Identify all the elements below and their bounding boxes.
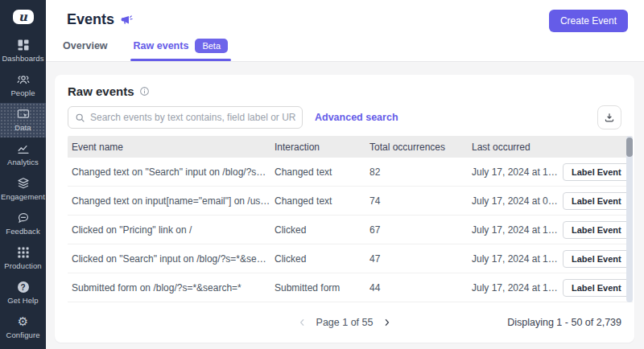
sidebar-item-analytics[interactable]: Analytics <box>0 138 46 172</box>
interaction-cell: Clicked <box>270 253 365 265</box>
event-name-cell: Changed text on input[name="email"] on /… <box>68 195 270 207</box>
table-row: Changed text on "Search" input on /blog/… <box>68 158 633 187</box>
last-occurred-cell: July 17, 2024 at 05... <box>468 195 559 207</box>
sidebar-nav-secondary: Production ? Get Help ⚙ Configure <box>0 241 46 345</box>
analytics-icon <box>17 142 30 155</box>
table-row: Submitted form on /blog/?s=*&search=* Su… <box>68 273 633 302</box>
label-event-button[interactable]: Label Event <box>563 163 630 181</box>
sidebar-item-engagement[interactable]: Engagement <box>0 172 46 207</box>
table-scrollbar-track[interactable] <box>626 136 633 302</box>
card-footer: Page 1 of 55 Displaying 1 - 50 of 2,739 <box>55 310 634 335</box>
interaction-cell: Submitted form <box>270 282 365 294</box>
sidebar-item-data[interactable]: Data <box>0 103 46 138</box>
event-name-cell: Submitted form on /blog/?s=*&search=* <box>68 282 270 294</box>
page-header: Events Create Event Overview Raw events … <box>46 0 644 62</box>
card-title: Raw events <box>68 84 134 98</box>
main-area: Events Create Event Overview Raw events … <box>46 0 644 349</box>
col-total-occurrences: Total occurrences <box>365 142 468 153</box>
production-icon <box>17 246 30 259</box>
pagination: Page 1 of 55 <box>298 317 392 328</box>
table-scrollbar-thumb[interactable] <box>626 138 633 157</box>
previous-page-chevron-icon[interactable] <box>298 318 308 327</box>
last-occurred-cell: July 17, 2024 at 10... <box>468 253 559 265</box>
search-icon <box>75 113 85 123</box>
sidebar: u Dashboards People Data Analytics Engag… <box>0 0 46 349</box>
sidebar-item-people[interactable]: People <box>0 68 46 103</box>
download-icon <box>604 112 615 123</box>
data-icon <box>17 108 30 121</box>
configure-icon: ⚙ <box>18 315 28 328</box>
info-icon[interactable] <box>139 86 150 96</box>
total-occurrences-cell: 47 <box>365 253 468 265</box>
total-occurrences-cell: 82 <box>365 166 468 178</box>
sidebar-item-configure[interactable]: ⚙ Configure <box>0 310 46 345</box>
raw-events-card: Raw events <box>55 75 634 343</box>
col-last-occurred: Last occurred <box>468 142 559 153</box>
sidebar-item-feedback[interactable]: Feedback <box>0 207 46 241</box>
tab-overview[interactable]: Overview <box>63 39 108 61</box>
interaction-cell: Changed text <box>270 166 365 178</box>
results-summary: Displaying 1 - 50 of 2,739 <box>507 317 634 328</box>
create-event-button[interactable]: Create Event <box>549 10 628 32</box>
content-area: Raw events <box>46 62 644 349</box>
table-row: Clicked on "Search" input on /blog/?s=*&… <box>68 244 633 273</box>
label-event-button[interactable]: Label Event <box>563 192 630 210</box>
download-button[interactable] <box>597 105 621 129</box>
table-row: Clicked on "Pricing" link on / Clicked 6… <box>68 216 633 244</box>
last-occurred-cell: July 17, 2024 at 10... <box>468 282 559 294</box>
last-occurred-cell: July 17, 2024 at 10... <box>468 224 559 236</box>
advanced-search-link[interactable]: Advanced search <box>315 112 398 123</box>
last-occurred-cell: July 17, 2024 at 10... <box>468 166 559 178</box>
col-event-name: Event name <box>68 142 270 153</box>
sidebar-item-production[interactable]: Production <box>0 241 46 276</box>
next-page-chevron-icon[interactable] <box>382 318 391 327</box>
label-event-button[interactable]: Label Event <box>563 279 630 297</box>
get-help-icon: ? <box>18 281 29 294</box>
event-name-cell: Clicked on "Search" input on /blog/?s=*&… <box>68 253 270 265</box>
tabs: Overview Raw events Beta <box>46 39 644 61</box>
table-row: Changed text on input[name="email"] on /… <box>68 187 633 216</box>
total-occurrences-cell: 44 <box>365 282 468 294</box>
sidebar-item-dashboards[interactable]: Dashboards <box>0 34 46 68</box>
label-event-button[interactable]: Label Event <box>563 250 630 268</box>
interaction-cell: Clicked <box>270 224 365 236</box>
dashboards-icon <box>17 39 30 51</box>
total-occurrences-cell: 74 <box>365 195 468 207</box>
events-table: Event name Interaction Total occurrences… <box>68 136 633 302</box>
sidebar-item-get-help[interactable]: ? Get Help <box>0 276 46 310</box>
label-event-button[interactable]: Label Event <box>563 221 630 239</box>
table-body: Changed text on "Search" input on /blog/… <box>68 158 633 302</box>
tab-raw-events[interactable]: Raw events Beta <box>134 39 228 61</box>
page-title: Events <box>67 11 114 28</box>
engagement-icon <box>17 177 30 190</box>
event-name-cell: Clicked on "Pricing" link on / <box>68 224 270 236</box>
announcement-megaphone-icon[interactable] <box>120 14 133 27</box>
people-icon <box>17 73 30 86</box>
event-name-cell: Changed text on "Search" input on /blog/… <box>68 166 270 178</box>
total-occurrences-cell: 67 <box>365 224 468 236</box>
page-indicator: Page 1 of 55 <box>316 317 374 328</box>
sidebar-nav: Dashboards People Data Analytics Engagem… <box>0 34 46 241</box>
search-input[interactable] <box>90 112 295 123</box>
interaction-cell: Changed text <box>270 195 365 207</box>
userpilot-logo[interactable]: u <box>13 10 34 24</box>
feedback-icon <box>17 211 30 224</box>
table-header: Event name Interaction Total occurrences… <box>68 136 633 158</box>
search-box <box>68 106 303 129</box>
beta-badge: Beta <box>195 39 228 53</box>
col-interaction: Interaction <box>270 142 365 153</box>
